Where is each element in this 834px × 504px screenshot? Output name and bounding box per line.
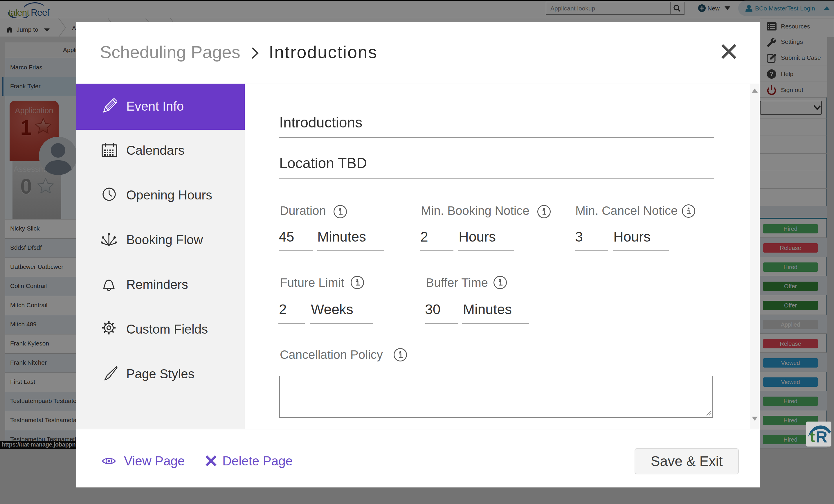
svg-text:t: t [810,428,815,445]
svg-text:R: R [816,428,827,446]
